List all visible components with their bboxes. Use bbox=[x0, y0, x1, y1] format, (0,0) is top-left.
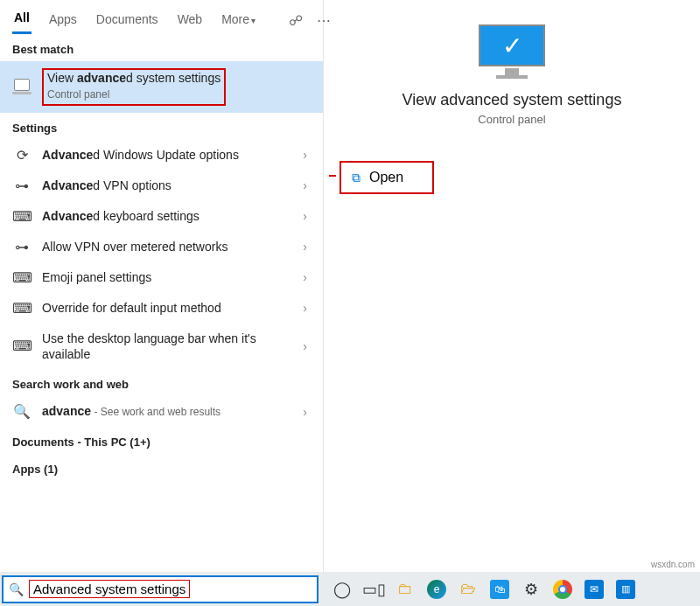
feedback-icon[interactable]: ☍ bbox=[289, 12, 303, 29]
settings-item-0[interactable]: ⟳ Advanced Windows Update options › bbox=[0, 140, 323, 171]
settings-icon[interactable]: ⚙ bbox=[522, 580, 541, 599]
open-icon: ⧉ bbox=[352, 171, 360, 185]
settings-item-3[interactable]: ⊶ Allow VPN over metered networks › bbox=[0, 232, 323, 262]
keyboard-icon: ⌨ bbox=[12, 269, 32, 286]
chevron-right-icon[interactable]: › bbox=[299, 148, 311, 162]
chevron-right-icon[interactable]: › bbox=[299, 209, 311, 223]
store-icon[interactable]: 🛍 bbox=[490, 580, 509, 599]
taskbar: 🔍 Advanced system settings ◯ ▭▯ 🗀 e 🗁 🛍 … bbox=[0, 572, 700, 606]
settings-item-1[interactable]: ⊶ Advanced VPN options › bbox=[0, 171, 323, 201]
preview-pane: ✓ View advanced system settings Control … bbox=[324, 0, 700, 572]
keyboard-icon: ⌨ bbox=[12, 208, 32, 225]
system-settings-icon bbox=[12, 79, 32, 94]
chevron-right-icon[interactable]: › bbox=[299, 240, 311, 254]
refresh-icon: ⟳ bbox=[12, 147, 32, 164]
settings-item-2[interactable]: ⌨ Advanced keyboard settings › bbox=[0, 201, 323, 232]
tab-more[interactable]: More▾ bbox=[220, 9, 257, 33]
tab-all[interactable]: All bbox=[12, 7, 32, 34]
search-icon: 🔍 bbox=[9, 582, 24, 596]
tab-apps[interactable]: Apps bbox=[47, 9, 79, 33]
keyboard-icon: ⌨ bbox=[12, 300, 32, 317]
settings-item-4[interactable]: ⌨ Emoji panel settings › bbox=[0, 262, 323, 293]
section-documents[interactable]: Documents - This PC (1+) bbox=[0, 427, 323, 454]
results-pane: All Apps Documents Web More▾ ☍ ⋯ Best ma… bbox=[0, 0, 324, 572]
section-best-match: Best match bbox=[0, 34, 323, 61]
tab-web[interactable]: Web bbox=[176, 9, 205, 33]
edge-icon[interactable]: e bbox=[427, 580, 446, 599]
settings-item-5[interactable]: ⌨ Override for default input method › bbox=[0, 293, 323, 324]
cortana-icon[interactable]: ◯ bbox=[332, 580, 352, 599]
monitor-icon: ✓ bbox=[479, 24, 545, 75]
search-icon: 🔍 bbox=[12, 403, 32, 420]
taskbar-search[interactable]: 🔍 Advanced system settings bbox=[2, 575, 318, 603]
photos-icon[interactable]: ▥ bbox=[616, 580, 635, 599]
chevron-right-icon[interactable]: › bbox=[299, 301, 311, 315]
section-apps[interactable]: Apps (1) bbox=[0, 454, 323, 481]
search-query[interactable]: Advanced system settings bbox=[29, 580, 190, 598]
preview-title: View advanced system settings bbox=[332, 91, 691, 109]
chevron-right-icon[interactable]: › bbox=[299, 405, 311, 419]
section-search-web: Search work and web bbox=[0, 369, 323, 396]
windows-search-panel: All Apps Documents Web More▾ ☍ ⋯ Best ma… bbox=[0, 0, 700, 572]
annotation-mark bbox=[329, 175, 336, 177]
chevron-right-icon[interactable]: › bbox=[299, 339, 311, 353]
chevron-right-icon[interactable]: › bbox=[299, 270, 311, 284]
task-view-icon[interactable]: ▭▯ bbox=[364, 580, 383, 599]
section-settings: Settings bbox=[0, 113, 323, 140]
filter-tabs: All Apps Documents Web More▾ ☍ ⋯ bbox=[0, 0, 323, 34]
mail-icon[interactable]: ✉ bbox=[584, 580, 604, 599]
web-result[interactable]: 🔍 advance - See work and web results › bbox=[0, 396, 323, 427]
open-button[interactable]: ⧉ Open bbox=[340, 161, 434, 194]
chrome-icon[interactable] bbox=[553, 580, 572, 599]
chevron-down-icon: ▾ bbox=[251, 16, 256, 25]
watermark: wsxdn.com bbox=[651, 560, 695, 569]
settings-item-6[interactable]: ⌨ Use the desktop language bar when it's… bbox=[0, 324, 323, 369]
keyboard-icon: ⌨ bbox=[12, 338, 32, 354]
vpn-icon: ⊶ bbox=[12, 239, 32, 255]
file-explorer-icon[interactable]: 🗀 bbox=[396, 580, 415, 599]
tab-documents[interactable]: Documents bbox=[94, 9, 160, 33]
vpn-icon: ⊶ bbox=[12, 178, 32, 194]
best-match-result[interactable]: View advanced system settings Control pa… bbox=[0, 61, 323, 113]
open-label: Open bbox=[369, 170, 403, 185]
chevron-right-icon[interactable]: › bbox=[299, 178, 311, 192]
best-match-label: View advanced system settings Control pa… bbox=[42, 68, 311, 106]
file-explorer-icon[interactable]: 🗁 bbox=[458, 580, 478, 599]
preview-subtitle: Control panel bbox=[332, 113, 691, 126]
